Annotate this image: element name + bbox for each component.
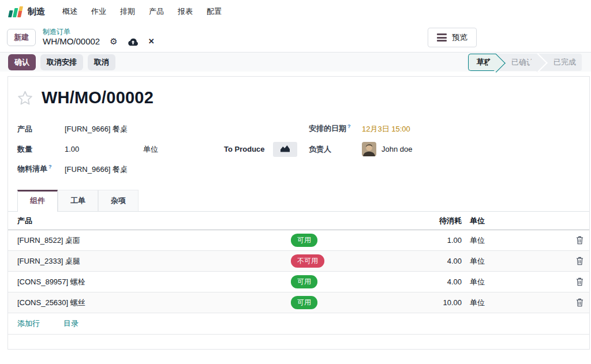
row-product[interactable]: [CONS_25630] 螺丝 bbox=[17, 298, 277, 308]
tab-work-orders[interactable]: 工单 bbox=[58, 190, 98, 211]
favorite-star-icon[interactable] bbox=[17, 91, 33, 106]
gear-icon[interactable]: ⚙ bbox=[110, 36, 117, 47]
new-button[interactable]: 新建 bbox=[7, 29, 36, 46]
form-sheet: WH/MO/00002 产品 [FURN_9666] 餐桌 数量 1.00 单位… bbox=[8, 76, 590, 350]
delete-row-button[interactable] bbox=[575, 276, 585, 287]
row-product[interactable]: [FURN_8522] 桌面 bbox=[17, 235, 277, 246]
row-qty[interactable]: 10.00 bbox=[398, 298, 462, 307]
tab-components[interactable]: 组件 bbox=[17, 190, 58, 212]
quantity-field[interactable]: 1.00 bbox=[65, 145, 143, 153]
availability-badge: 不可用 bbox=[291, 254, 324, 268]
nav-item-configuration[interactable]: 配置 bbox=[200, 3, 229, 20]
row-uom: 单位 bbox=[462, 277, 496, 287]
nav-item-products[interactable]: 产品 bbox=[142, 3, 171, 20]
hamburger-icon bbox=[437, 33, 447, 42]
row-uom: 单位 bbox=[462, 298, 496, 308]
top-navbar: 制造 概述 作业 排期 产品 报表 配置 bbox=[0, 0, 591, 23]
notebook-tabs: 组件 工单 杂项 bbox=[8, 190, 589, 212]
table-header-row: 产品 待消耗 单位 bbox=[8, 212, 589, 230]
table-footer: 添加行 目录 bbox=[8, 313, 589, 335]
quantity-uom[interactable]: 单位 bbox=[143, 144, 224, 155]
row-product[interactable]: [CONS_89957] 螺栓 bbox=[17, 277, 277, 287]
to-produce-label: To Produce bbox=[224, 145, 265, 153]
area-chart-icon bbox=[280, 145, 290, 154]
discard-icon[interactable]: ✕ bbox=[148, 37, 155, 46]
save-cloud-icon[interactable] bbox=[128, 38, 139, 46]
table-row[interactable]: [FURN_2333] 桌腿 不可用 4.00 单位 bbox=[8, 251, 589, 272]
delete-row-button[interactable] bbox=[575, 235, 585, 246]
table-row[interactable]: [FURN_8522] 桌面 可用 1.00 单位 bbox=[8, 230, 589, 251]
avatar bbox=[362, 142, 376, 156]
nav-item-overview[interactable]: 概述 bbox=[55, 3, 84, 20]
header-to-consume[interactable]: 待消耗 bbox=[398, 216, 462, 226]
preview-button[interactable]: 预览 bbox=[428, 28, 477, 47]
preview-button-label: 预览 bbox=[452, 32, 467, 43]
nav-item-reporting[interactable]: 报表 bbox=[171, 3, 200, 20]
row-qty[interactable]: 4.00 bbox=[398, 277, 462, 286]
app-name[interactable]: 制造 bbox=[28, 6, 45, 17]
row-uom: 单位 bbox=[462, 256, 496, 267]
table-row[interactable]: [CONS_25630] 螺丝 可用 10.00 单位 bbox=[8, 292, 589, 313]
availability-badge: 可用 bbox=[291, 234, 317, 247]
availability-badge: 可用 bbox=[291, 275, 317, 288]
product-label: 产品 bbox=[17, 124, 65, 134]
unschedule-button[interactable]: 取消安排 bbox=[40, 54, 83, 70]
breadcrumb: 制造订单 WH/MO/00002 ⚙ ✕ bbox=[43, 28, 155, 47]
tab-misc[interactable]: 杂项 bbox=[98, 190, 139, 211]
cancel-button[interactable]: 取消 bbox=[88, 54, 115, 70]
responsible-name: John doe bbox=[381, 145, 413, 153]
confirm-button[interactable]: 确认 bbox=[8, 54, 36, 70]
availability-badge: 可用 bbox=[291, 296, 317, 309]
control-panel: 新建 制造订单 WH/MO/00002 ⚙ ✕ 预览 bbox=[0, 23, 591, 52]
header-uom[interactable]: 单位 bbox=[462, 216, 496, 226]
header-product[interactable]: 产品 bbox=[17, 216, 277, 226]
add-line-link[interactable]: 添加行 bbox=[17, 318, 40, 329]
responsible-field[interactable]: John doe bbox=[362, 142, 413, 156]
state-pipeline: 草稿 已确认 已完成 bbox=[468, 54, 582, 71]
quantity-label: 数量 bbox=[17, 144, 65, 155]
row-qty[interactable]: 4.00 bbox=[398, 257, 462, 265]
date-help-icon[interactable]: ? bbox=[347, 123, 351, 129]
record-title: WH/MO/00002 bbox=[42, 88, 154, 107]
delete-row-button[interactable] bbox=[575, 256, 585, 267]
manufacturing-app-icon[interactable] bbox=[8, 6, 23, 17]
components-table: 产品 待消耗 单位 [FURN_8522] 桌面 可用 1.00 单位 [FUR… bbox=[8, 212, 589, 335]
product-field[interactable]: [FURN_9666] 餐桌 bbox=[65, 124, 128, 134]
catalog-link[interactable]: 目录 bbox=[63, 318, 78, 329]
breadcrumb-current: WH/MO/00002 bbox=[43, 36, 100, 47]
scheduled-date-label: 安排的日期? bbox=[309, 123, 362, 134]
nav-item-operations[interactable]: 作业 bbox=[84, 3, 113, 20]
table-row[interactable]: [CONS_89957] 螺栓 可用 4.00 单位 bbox=[8, 272, 589, 292]
row-qty[interactable]: 1.00 bbox=[398, 236, 462, 245]
bom-field[interactable]: [FURN_9666] 餐桌 bbox=[65, 164, 128, 175]
row-uom: 单位 bbox=[462, 235, 496, 246]
bom-help-icon[interactable]: ? bbox=[48, 164, 52, 170]
row-product[interactable]: [FURN_2333] 桌腿 bbox=[17, 256, 277, 267]
responsible-label: 负责人 bbox=[309, 144, 362, 155]
delete-row-button[interactable] bbox=[575, 297, 585, 308]
scheduled-date-field[interactable]: 12月3日 15:00 bbox=[362, 124, 410, 134]
field-grid: 产品 [FURN_9666] 餐桌 数量 1.00 单位 To Produce … bbox=[8, 111, 589, 179]
state-step-draft[interactable]: 草稿 bbox=[468, 54, 496, 71]
forecast-chart-button[interactable] bbox=[273, 142, 297, 157]
breadcrumb-parent-link[interactable]: 制造订单 bbox=[43, 28, 155, 36]
nav-item-planning[interactable]: 排期 bbox=[113, 3, 142, 20]
status-bar: 确认 取消安排 取消 草稿 已确认 已完成 bbox=[0, 52, 591, 72]
bom-label: 物料清单? bbox=[17, 164, 65, 174]
